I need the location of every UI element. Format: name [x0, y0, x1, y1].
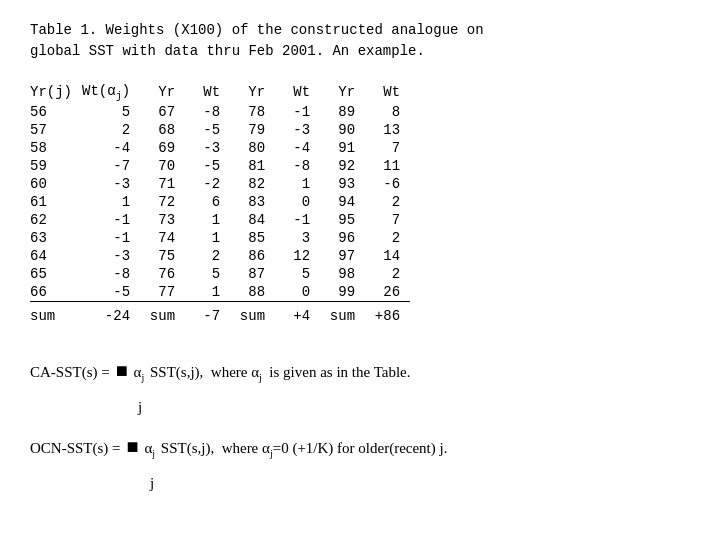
table-cell: 99 [320, 283, 365, 302]
table-cell: 89 [320, 103, 365, 121]
table-cell: 78 [230, 103, 275, 121]
table-cell: 6 [185, 193, 230, 211]
table-cell: -1 [275, 211, 320, 229]
table-cell: 72 [140, 193, 185, 211]
table-cell: 12 [275, 247, 320, 265]
table-cell: -8 [275, 157, 320, 175]
table-cell: 11 [365, 157, 410, 175]
table-cell: -3 [275, 121, 320, 139]
table-cell: 5 [82, 103, 140, 121]
table-cell: 77 [140, 283, 185, 302]
table-cell: 80 [230, 139, 275, 157]
table-cell: 98 [320, 265, 365, 283]
sum-row: sum -24 sum -7 sum +4 sum +86 [30, 301, 410, 330]
table-cell: 2 [82, 121, 140, 139]
table-cell: 2 [365, 229, 410, 247]
col-header-wt-alpha: Wt(αj) [82, 82, 140, 103]
table-cell: 84 [230, 211, 275, 229]
table-cell: -1 [82, 229, 140, 247]
table-cell: 1 [82, 193, 140, 211]
table-cell: 76 [140, 265, 185, 283]
table-row: 58-469-380-4917 [30, 139, 410, 157]
table-cell: 1 [275, 175, 320, 193]
sum-label-4: sum [320, 301, 365, 330]
table-cell: 5 [185, 265, 230, 283]
col-header-yr-2: Yr [230, 82, 275, 103]
table-row: 59-770-581-89211 [30, 157, 410, 175]
table-cell: 87 [230, 265, 275, 283]
ocn-alpha-j: αj [141, 433, 155, 464]
ocn-j-line: j [150, 468, 690, 498]
table-cell: 60 [30, 175, 82, 193]
ca-sigma-icon: ■ [116, 350, 128, 390]
table-cell: 92 [320, 157, 365, 175]
table-cell: 68 [140, 121, 185, 139]
table-cell: 63 [30, 229, 82, 247]
table-cell: 26 [365, 283, 410, 302]
ca-sst-line: CA-SST(s) = ■ αj SST(s,j), where αj is g… [30, 350, 690, 390]
table-row: 62-173184-1957 [30, 211, 410, 229]
sum-val-4: +86 [365, 301, 410, 330]
ca-func: SST(s,j), where αj is given as in the Ta… [146, 357, 410, 388]
table-cell: 8 [365, 103, 410, 121]
table-row: 57268-579-39013 [30, 121, 410, 139]
table-cell: -3 [82, 247, 140, 265]
table-cell: 7 [365, 139, 410, 157]
title-block: Table 1. Weights (X100) of the construct… [30, 20, 690, 62]
table-cell: -5 [82, 283, 140, 302]
ca-label: CA-SST(s) = [30, 357, 110, 387]
title-line1: Table 1. Weights (X100) of the construct… [30, 20, 690, 41]
table-cell: 5 [275, 265, 320, 283]
table-cell: 61 [30, 193, 82, 211]
sum-label-1: sum [30, 301, 82, 330]
data-table-section: Yr(j) Wt(αj) Yr Wt Yr Wt Yr Wt 56567-878… [30, 82, 690, 330]
table-cell: 90 [320, 121, 365, 139]
table-cell: 73 [140, 211, 185, 229]
table-cell: 67 [140, 103, 185, 121]
col-header-yr-j: Yr(j) [30, 82, 82, 103]
table-cell: 7 [365, 211, 410, 229]
table-cell: -3 [185, 139, 230, 157]
ocn-sigma-icon: ■ [127, 426, 139, 466]
ca-alpha-j: αj [130, 357, 144, 388]
table-cell: 65 [30, 265, 82, 283]
table-cell: 2 [185, 247, 230, 265]
table-cell: 86 [230, 247, 275, 265]
table-cell: 96 [320, 229, 365, 247]
table-cell: 64 [30, 247, 82, 265]
table-row: 60-371-282193-6 [30, 175, 410, 193]
table-cell: 2 [365, 265, 410, 283]
table-cell: 0 [275, 193, 320, 211]
sum-label-2: sum [140, 301, 185, 330]
table-cell: -1 [82, 211, 140, 229]
table-cell: -6 [365, 175, 410, 193]
table-cell: 82 [230, 175, 275, 193]
formula-section: CA-SST(s) = ■ αj SST(s,j), where αj is g… [30, 350, 690, 498]
table-cell: 75 [140, 247, 185, 265]
table-cell: 85 [230, 229, 275, 247]
table-row: 65-8765875982 [30, 265, 410, 283]
table-cell: 69 [140, 139, 185, 157]
table-cell: -2 [185, 175, 230, 193]
table-cell: 97 [320, 247, 365, 265]
table-cell: 1 [185, 229, 230, 247]
table-row: 56567-878-1898 [30, 103, 410, 121]
ocn-j-label: j [150, 475, 154, 491]
table-cell: 91 [320, 139, 365, 157]
col-header-wt-1: Wt [185, 82, 230, 103]
table-cell: 88 [230, 283, 275, 302]
table-cell: 0 [275, 283, 320, 302]
col-header-wt-2: Wt [275, 82, 320, 103]
col-header-yr-3: Yr [320, 82, 365, 103]
sum-val-1: -24 [82, 301, 140, 330]
table-cell: -1 [275, 103, 320, 121]
table-cell: 70 [140, 157, 185, 175]
ocn-func: SST(s,j), where αj=0 (+1/K) for older(re… [157, 433, 447, 464]
table-cell: 14 [365, 247, 410, 265]
table-cell: 1 [185, 211, 230, 229]
table-cell: 93 [320, 175, 365, 193]
table-cell: 95 [320, 211, 365, 229]
ca-j-label: j [138, 399, 142, 415]
table-header-row: Yr(j) Wt(αj) Yr Wt Yr Wt Yr Wt [30, 82, 410, 103]
table-row: 64-375286129714 [30, 247, 410, 265]
